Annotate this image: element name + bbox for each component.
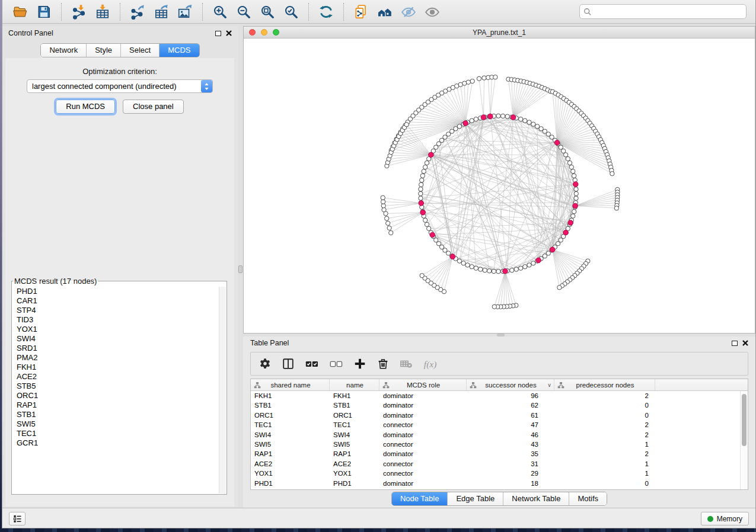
table-row[interactable]: PHD1PHD1dominator180 <box>251 479 740 488</box>
mcds-result-item[interactable]: SWI5 <box>12 419 219 429</box>
tab-node-table[interactable]: Node Table <box>392 492 448 505</box>
graph-node[interactable] <box>567 161 572 165</box>
show-columns-button[interactable] <box>282 357 295 370</box>
open-file-button[interactable] <box>11 3 29 21</box>
tab-style[interactable]: Style <box>86 44 120 57</box>
zoom-selected-button[interactable] <box>282 3 300 21</box>
graph-leaf-node[interactable] <box>381 200 385 204</box>
table-row[interactable]: SWI4SWI4dominator462 <box>251 430 740 440</box>
table-scrollbar-thumb[interactable] <box>742 394 747 446</box>
mcds-result-item[interactable]: ORC1 <box>12 391 219 400</box>
graph-hub-node[interactable] <box>550 247 555 252</box>
graph-node[interactable] <box>572 209 576 213</box>
network-graph[interactable] <box>244 39 755 333</box>
zoom-in-button[interactable] <box>211 3 229 21</box>
graph-node[interactable] <box>527 120 531 124</box>
graph-hub-node[interactable] <box>481 115 486 120</box>
graph-hub-node[interactable] <box>563 230 569 235</box>
close-panel-icon[interactable] <box>226 30 232 36</box>
graph-leaf-node[interactable] <box>493 75 497 79</box>
graph-leaf-node[interactable] <box>381 204 385 208</box>
mcds-result-item[interactable]: STB5 <box>12 382 219 391</box>
graph-leaf-node[interactable] <box>557 286 562 290</box>
tab-select[interactable]: Select <box>120 44 159 57</box>
graph-node[interactable] <box>574 187 578 191</box>
graph-leaf-node[interactable] <box>482 76 486 80</box>
network-canvas[interactable] <box>244 39 755 333</box>
graph-node[interactable] <box>531 261 535 265</box>
graph-hub-node[interactable] <box>430 232 435 238</box>
graph-leaf-node[interactable] <box>404 123 409 127</box>
zoom-fit-button[interactable] <box>259 3 276 21</box>
column-header-successor-nodes[interactable]: successor nodes∨ <box>467 379 554 390</box>
graph-hub-node[interactable] <box>554 140 560 146</box>
tab-edge-table[interactable]: Edge Table <box>447 492 503 505</box>
graph-node[interactable] <box>457 124 461 129</box>
graph-node[interactable] <box>571 214 575 218</box>
splitter-handle[interactable] <box>238 265 243 273</box>
graph-node[interactable] <box>569 165 573 169</box>
graph-node[interactable] <box>419 196 423 200</box>
graph-node[interactable] <box>474 266 478 270</box>
delete-column-button[interactable] <box>377 357 390 370</box>
graph-node[interactable] <box>574 191 578 196</box>
float-panel-icon[interactable] <box>215 31 221 36</box>
graph-node[interactable] <box>419 191 423 196</box>
graph-node[interactable] <box>572 174 576 178</box>
graph-node[interactable] <box>425 222 429 226</box>
vertical-splitter[interactable] <box>238 26 243 508</box>
import-network-button[interactable] <box>70 3 88 21</box>
mcds-result-item[interactable]: TID3 <box>12 315 219 325</box>
table-row[interactable]: TEC1TEC1connector472 <box>251 420 740 430</box>
mcds-result-item[interactable]: SWI4 <box>12 334 219 344</box>
graph-node[interactable] <box>519 266 523 270</box>
float-table-panel-icon[interactable] <box>732 341 738 346</box>
graph-node[interactable] <box>531 122 535 126</box>
graph-node[interactable] <box>519 117 523 121</box>
mcds-result-item[interactable]: STB1 <box>12 410 219 419</box>
graph-node[interactable] <box>419 187 423 191</box>
graph-node[interactable] <box>563 153 567 157</box>
mcds-result-item[interactable]: YOX1 <box>12 325 219 334</box>
table-row[interactable]: RAP1RAP1dominator352 <box>251 449 740 459</box>
graph-node[interactable] <box>505 114 509 118</box>
graph-hub-node[interactable] <box>419 201 424 206</box>
table-row[interactable]: ACE2ACE2connector311 <box>251 459 740 469</box>
settings-gear-button[interactable] <box>259 357 272 370</box>
mcds-result-item[interactable]: TEC1 <box>12 429 219 438</box>
graph-node[interactable] <box>420 178 424 182</box>
maximize-window-icon[interactable] <box>273 29 279 36</box>
mcds-result-item[interactable]: PHD1 <box>12 287 219 296</box>
graph-node[interactable] <box>523 265 527 269</box>
graph-leaf-node[interactable] <box>387 226 391 230</box>
tab-mcds[interactable]: MCDS <box>159 44 199 57</box>
refresh-button[interactable] <box>317 3 335 21</box>
export-network-button[interactable] <box>129 3 146 21</box>
graph-node[interactable] <box>566 156 570 161</box>
graph-node[interactable] <box>496 114 500 118</box>
mcds-result-item[interactable]: ACE2 <box>12 372 219 382</box>
run-mcds-button[interactable]: Run MCDS <box>56 100 115 114</box>
graph-node[interactable] <box>483 268 487 272</box>
create-column-button[interactable] <box>353 357 366 370</box>
table-row[interactable]: SWI5SWI5connector431 <box>251 440 740 449</box>
graph-node[interactable] <box>479 267 483 271</box>
graph-node[interactable] <box>419 182 423 187</box>
graph-hub-node[interactable] <box>568 220 573 226</box>
graph-leaf-node[interactable] <box>389 230 393 235</box>
hide-selected-button[interactable] <box>400 3 417 21</box>
graph-node[interactable] <box>474 117 478 121</box>
graph-leaf-node[interactable] <box>420 273 424 277</box>
search-box[interactable] <box>579 4 747 19</box>
tab-motifs[interactable]: Motifs <box>569 492 607 505</box>
column-header-MCDS-role[interactable]: MCDS role <box>379 379 467 390</box>
mcds-result-item[interactable]: RAP1 <box>12 400 219 410</box>
graph-node[interactable] <box>514 267 518 271</box>
graph-node[interactable] <box>487 269 492 273</box>
graph-leaf-node[interactable] <box>386 221 390 225</box>
graph-leaf-node[interactable] <box>385 216 389 220</box>
minimize-window-icon[interactable] <box>261 29 267 36</box>
save-session-button[interactable] <box>35 3 53 21</box>
graph-hub-node[interactable] <box>536 258 541 263</box>
graph-leaf-node[interactable] <box>492 305 496 309</box>
